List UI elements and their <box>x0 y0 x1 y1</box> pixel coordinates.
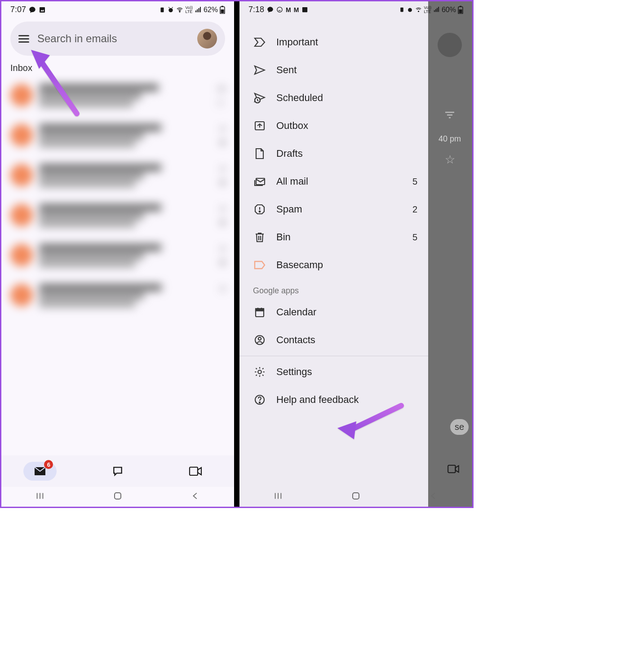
home-button[interactable] <box>112 491 123 503</box>
svg-rect-16 <box>115 493 121 499</box>
scheduled-icon <box>253 93 266 103</box>
alarm-icon <box>407 6 413 13</box>
svg-rect-24 <box>401 8 404 12</box>
svg-rect-12 <box>190 467 198 475</box>
system-nav-bar <box>239 487 472 507</box>
svg-point-49 <box>259 402 260 403</box>
gmail-drawer-screen: 40 pm ☆ se 7:18 M M Vo))LTE 60% <box>239 1 472 507</box>
compose-peek: se <box>450 419 469 435</box>
search-bar[interactable]: Search in emails <box>10 22 225 56</box>
back-button[interactable] <box>190 491 200 503</box>
back-button[interactable] <box>429 491 439 503</box>
svg-rect-23 <box>302 7 307 12</box>
svg-rect-42 <box>256 309 264 311</box>
inbox-label: Inbox <box>1 61 234 78</box>
drawer-item-help[interactable]: Help and feedback <box>239 386 428 414</box>
spam-icon <box>253 204 266 215</box>
recents-button[interactable] <box>35 491 45 503</box>
bottom-nav: 6 <box>1 455 234 487</box>
navigation-drawer: Important Sent Scheduled Outbox Drafts <box>239 1 428 507</box>
allmail-icon <box>253 177 266 186</box>
svg-rect-7 <box>199 8 199 12</box>
hamburger-menu-icon[interactable] <box>18 35 29 43</box>
status-time: 7:18 <box>248 5 264 14</box>
picture-icon <box>301 6 308 13</box>
battery-percent: 62% <box>204 6 218 14</box>
drawer-item-bin[interactable]: Bin 5 <box>239 223 428 251</box>
chat-bubble-icon <box>267 6 274 13</box>
svg-rect-21 <box>448 465 455 473</box>
svg-rect-28 <box>435 9 436 12</box>
alarm-icon <box>167 6 174 13</box>
drawer-item-calendar[interactable]: Calendar <box>239 298 428 326</box>
svg-rect-27 <box>434 10 435 12</box>
email-row[interactable]: n▾ <box>3 118 232 158</box>
star-icon: ☆ <box>216 97 225 109</box>
divider <box>239 356 428 356</box>
svg-point-25 <box>408 8 412 12</box>
sent-icon <box>253 65 266 75</box>
outbox-icon <box>253 121 266 131</box>
drawer-item-contacts[interactable]: Contacts <box>239 326 428 354</box>
battery-icon <box>220 6 225 14</box>
nav-mail[interactable]: 6 <box>23 462 57 481</box>
svg-rect-8 <box>200 7 201 12</box>
battery-percent: 60% <box>442 6 456 14</box>
picture-icon <box>39 6 46 13</box>
recents-button[interactable] <box>273 491 283 503</box>
battery-icon <box>458 6 463 14</box>
email-row[interactable]: n▾ <box>3 238 232 278</box>
signal-icon <box>195 6 202 13</box>
svg-point-46 <box>258 337 261 340</box>
screenshot-divider <box>234 1 239 507</box>
contacts-icon <box>253 335 266 345</box>
whatsapp-icon <box>276 6 283 13</box>
label-icon <box>253 261 266 270</box>
drawer-item-important[interactable]: Important <box>239 28 428 56</box>
drawer-item-settings[interactable]: Settings <box>239 358 428 386</box>
search-placeholder[interactable]: Search in emails <box>37 32 189 45</box>
nav-meet[interactable] <box>179 462 212 481</box>
mail-badge: 6 <box>44 460 53 469</box>
help-icon <box>253 394 266 405</box>
svg-point-47 <box>258 370 261 374</box>
status-bar: 7:07 Vo))LTE 62% <box>1 1 234 16</box>
volte-icon: Vo))LTE <box>185 6 193 14</box>
chat-bubble-icon <box>29 6 36 13</box>
svg-rect-0 <box>40 7 45 13</box>
settings-icon <box>253 366 266 378</box>
gmail-m-icon: M <box>294 6 299 13</box>
svg-rect-53 <box>353 493 359 499</box>
email-row[interactable]: n▾ <box>3 198 232 238</box>
drawer-item-label-basecamp[interactable]: Basecamp <box>239 251 428 279</box>
drawer-item-spam[interactable]: Spam 2 <box>239 195 428 223</box>
svg-rect-6 <box>197 9 198 12</box>
drawer-item-allmail[interactable]: All mail 5 <box>239 168 428 195</box>
drawer-item-sent[interactable]: Sent <box>239 56 428 84</box>
svg-rect-11 <box>221 9 224 13</box>
nav-chat[interactable] <box>101 462 134 481</box>
home-button[interactable] <box>350 491 361 503</box>
important-icon <box>253 37 266 47</box>
drawer-section-header: Google apps <box>239 279 428 298</box>
battery-saver-icon <box>159 7 165 13</box>
svg-point-26 <box>418 11 419 12</box>
drawer-item-outbox[interactable]: Outbox <box>239 112 428 140</box>
wifi-icon <box>415 6 422 13</box>
svg-point-3 <box>169 8 173 12</box>
volte-icon: Vo))LTE <box>424 6 431 14</box>
bin-icon <box>253 232 266 243</box>
email-row[interactable]: n▾ <box>3 158 232 198</box>
email-list: m☆ n▾ n▾ n▾ n▾ n <box>1 78 234 316</box>
account-avatar[interactable] <box>197 29 217 49</box>
status-time: 7:07 <box>10 5 26 14</box>
meet-icon <box>447 464 460 475</box>
drawer-item-scheduled[interactable]: Scheduled <box>239 84 428 112</box>
email-time: 40 pm <box>439 134 461 144</box>
signal-icon <box>433 6 440 13</box>
star-icon: ☆ <box>445 153 455 167</box>
email-row[interactable]: n <box>3 278 232 316</box>
account-avatar <box>438 33 462 57</box>
drawer-item-drafts[interactable]: Drafts <box>239 140 428 168</box>
email-row[interactable]: m☆ <box>3 78 232 118</box>
